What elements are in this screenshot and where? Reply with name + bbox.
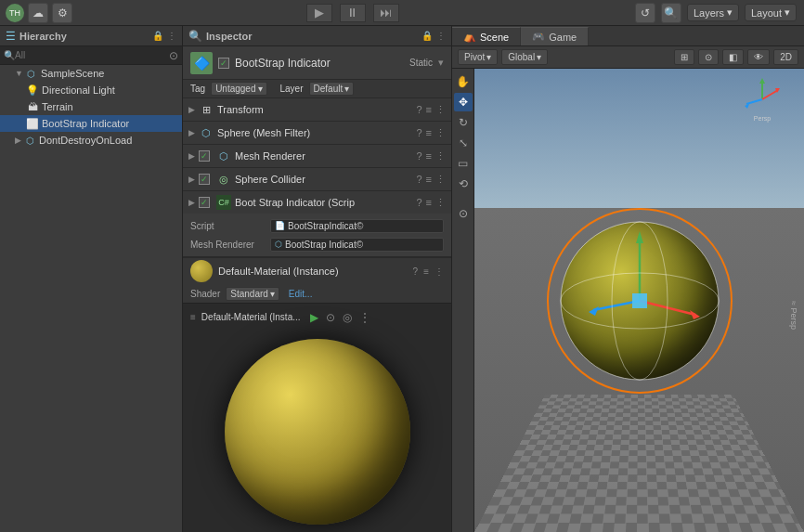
edit-btn[interactable]: Edit... [289,289,313,299]
more-icon[interactable]: ⋮ [435,127,446,139]
shader-label: Shader [190,289,220,299]
settings-btn[interactable]: ⚙ [52,3,72,23]
arrow-icon: ▼ [15,69,23,78]
material-btn-3[interactable]: ⋮ [359,311,370,324]
scene-gizmo: Persp [739,76,785,123]
settings-icon[interactable]: ≡ [426,174,432,186]
item-label: Terrain [42,101,73,112]
material-help[interactable]: ? [413,266,419,277]
component-name: Boot Strap Indicator (Scrip [235,197,412,208]
view-btn[interactable]: 👁 [747,49,770,65]
render-btn[interactable]: ◧ [722,49,744,65]
static-dropdown-icon[interactable]: ▾ [438,57,444,69]
expand-icon: ▶ [188,151,195,161]
material-settings[interactable]: ≡ [423,266,429,277]
play-button[interactable]: ▶ [306,4,332,22]
enabled-checkbox[interactable] [199,197,210,208]
help-icon[interactable]: ? [416,150,421,162]
chevron-icon: ▾ [270,289,275,299]
component-mesh-renderer-header[interactable]: ▶ ⬡ Mesh Renderer ? ≡ ⋮ [183,145,451,167]
tab-game[interactable]: 🎮 Game [521,27,589,45]
grid-btn[interactable]: ⊞ [674,49,694,65]
hierarchy-title: Hierarchy [19,31,149,42]
help-icon[interactable]: ? [416,104,421,116]
component-mesh-filter-header[interactable]: ▶ ⬡ Sphere (Mesh Filter) ? ≡ ⋮ [183,122,451,144]
material-section: Default-Material (Instance) ? ≡ ⋮ Shader… [183,257,451,331]
help-icon[interactable]: ? [416,197,421,209]
component-transform-header[interactable]: ▶ ⊞ Transform ? ≡ ⋮ [183,98,451,121]
rotate-tool[interactable]: ↻ [454,113,473,132]
script-value-field[interactable]: 📄 BootStrapIndicat© [270,219,444,233]
help-icon[interactable]: ? [416,174,421,186]
hierarchy-item-dontdestroy[interactable]: ▶ ⬡ DontDestroyOnLoad [0,132,182,149]
hierarchy-lock[interactable]: 🔒 [152,31,163,41]
layer-dropdown[interactable]: Default ▾ [309,82,355,96]
script-content: Script 📄 BootStrapIndicat© Mesh Renderer… [183,214,451,256]
component-name: Sphere Collider [235,174,412,185]
active-checkbox[interactable] [218,58,229,69]
enabled-checkbox[interactable] [199,174,210,185]
inspector-title: Inspector [206,31,418,42]
material-btn-1[interactable]: ⊙ [326,311,335,324]
material-more[interactable]: ⋮ [434,266,444,277]
component-actions: ? ≡ ⋮ [416,127,446,139]
tools-sidebar: ✋ ✥ ↻ ⤡ ▭ ⟲ ⊙ [452,69,474,532]
hierarchy-item-bootstrap[interactable]: ⬜ BootStrap Indicator [0,115,182,132]
more-icon[interactable]: ⋮ [435,174,446,186]
item-label: BootStrap Indicator [42,118,129,129]
extra-tool[interactable]: ⊙ [454,204,473,223]
scale-tool[interactable]: ⤡ [454,134,473,152]
gizmo-btn[interactable]: ⊙ [698,49,719,65]
search-icon: 🔍 [4,50,15,60]
rect-tool[interactable]: ▭ [454,154,473,173]
component-bootstrap-script-header[interactable]: ▶ C# Boot Strap Indicator (Scrip ? ≡ ⋮ [183,191,451,214]
inspector-lock[interactable]: 🔒 [421,31,433,41]
enabled-checkbox[interactable] [199,150,210,162]
help-icon[interactable]: ? [416,127,421,139]
scene-viewport[interactable]: ≈ Persp Persp [474,69,804,532]
component-name: Sphere (Mesh Filter) [217,127,412,138]
more-icon[interactable]: ⋮ [435,197,446,209]
material-btn-2[interactable]: ◎ [343,311,352,324]
shader-dropdown[interactable]: Standard ▾ [226,287,279,301]
step-button[interactable]: ⏭ [373,4,399,22]
layout-dropdown[interactable]: Layout ▾ [745,4,797,21]
hand-tool[interactable]: ✋ [454,72,473,91]
component-name: Mesh Renderer [235,150,412,162]
avatar[interactable]: TH [6,4,24,22]
undo-btn[interactable]: ↺ [635,3,655,23]
more-icon[interactable]: ⋮ [435,150,446,162]
pause-button[interactable]: ⏸ [340,4,366,22]
svg-line-4 [746,99,762,104]
component-actions: ? ≡ ⋮ [416,150,446,162]
play-icon-sm[interactable]: ▶ [310,311,318,324]
settings-icon[interactable]: ≡ [426,150,432,162]
hierarchy-item-directional-light[interactable]: 💡 Directional Light [0,82,182,98]
tag-dropdown[interactable]: Untagged ▾ [211,82,266,96]
layers-dropdown[interactable]: Layers ▾ [687,4,739,21]
settings-icon[interactable]: ≡ [426,127,432,139]
hierarchy-item-terrain[interactable]: 🏔 Terrain [0,98,182,115]
hierarchy-more[interactable]: ⋮ [167,31,176,41]
move-tool[interactable]: ✥ [454,93,473,111]
inspector-panel: 🔍 Inspector 🔒 ⋮ 🔷 BootStrap Indicator St… [183,26,452,532]
pivot-btn[interactable]: Pivot ▾ [458,49,498,65]
inspector-more[interactable]: ⋮ [436,31,446,41]
component-mesh-renderer: ▶ ⬡ Mesh Renderer ? ≡ ⋮ [183,145,451,168]
settings-icon[interactable]: ≡ [426,104,432,116]
more-icon[interactable]: ⋮ [435,104,446,116]
component-sphere-collider-header[interactable]: ▶ ◎ Sphere Collider ? ≡ ⋮ [183,168,451,190]
search-input[interactable] [15,50,169,60]
twoD-btn[interactable]: 2D [773,49,798,65]
cloud-btn[interactable]: ☁ [28,3,48,23]
search-btn[interactable]: 🔍 [661,3,681,23]
mesh-renderer-value: BootStrap Indicat© [285,240,363,250]
hierarchy-item-samplescene[interactable]: ▼ ⬡ SampleScene [0,65,182,82]
filter-icon[interactable]: ⊙ [169,49,178,62]
tab-scene[interactable]: ⛺ Scene [452,27,521,45]
global-btn[interactable]: Global ▾ [501,49,548,65]
mesh-renderer-value-field[interactable]: ⬡ BootStrap Indicat© [270,238,444,252]
transform-tool[interactable]: ⟲ [454,175,473,193]
game-icon-tab: 🎮 [532,31,545,43]
settings-icon[interactable]: ≡ [426,197,432,209]
